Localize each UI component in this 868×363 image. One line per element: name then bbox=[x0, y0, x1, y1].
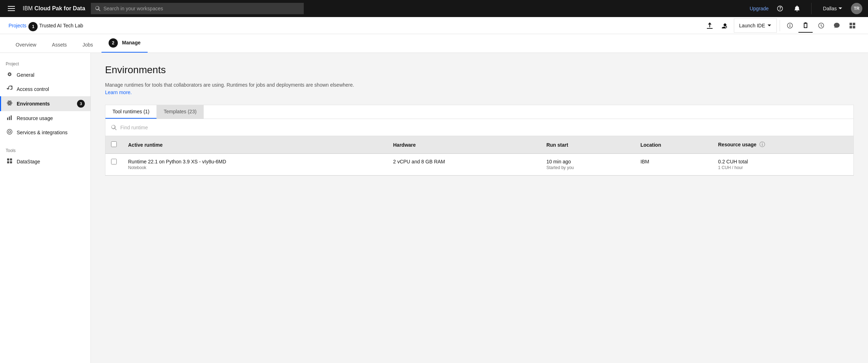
tab-overview[interactable]: Overview bbox=[9, 38, 43, 53]
breadcrumb: Projects / 1 Trusted AI Tech Lab bbox=[9, 23, 703, 28]
menu-icon[interactable] bbox=[6, 3, 17, 14]
runtime-table: Active runtime Hardware Run start Locati… bbox=[105, 136, 853, 175]
svg-rect-19 bbox=[10, 161, 12, 163]
content-layout: Project General Access control bbox=[0, 53, 868, 363]
search-icon bbox=[95, 6, 100, 11]
row-select-checkbox[interactable] bbox=[111, 159, 117, 164]
runtime-name-text: Runtime 22.1 on Python 3.9 XS - vIy8u-6M… bbox=[128, 159, 382, 164]
sidebar-item-access-control-label: Access control bbox=[17, 86, 49, 92]
svg-rect-4 bbox=[853, 23, 855, 25]
runtime-type-text: Notebook bbox=[128, 165, 382, 170]
tab-assets[interactable]: Assets bbox=[45, 38, 74, 53]
svg-rect-2 bbox=[8, 10, 15, 11]
sidebar-section-project: Project bbox=[0, 59, 90, 68]
tab-manage[interactable]: 2 Manage bbox=[101, 34, 148, 53]
sidebar-item-services-integrations[interactable]: Services & integrations bbox=[0, 125, 90, 140]
launch-ide-button[interactable]: Launch IDE bbox=[734, 18, 777, 33]
sub-tabs: Tool runtimes (1) Templates (23) bbox=[105, 105, 853, 119]
runtime-search-bar[interactable] bbox=[105, 119, 853, 136]
project-name: Trusted AI Tech Lab bbox=[39, 23, 83, 28]
svg-point-14 bbox=[9, 131, 11, 133]
tab-tool-runtimes[interactable]: Tool runtimes (1) bbox=[105, 105, 156, 119]
sidebar-item-services-integrations-label: Services & integrations bbox=[17, 130, 67, 135]
upload-icon[interactable] bbox=[703, 18, 717, 33]
launch-ide-chevron-icon bbox=[767, 23, 771, 28]
user-avatar[interactable]: TR bbox=[851, 3, 862, 14]
notifications-icon[interactable] bbox=[791, 3, 803, 14]
sidebar-item-datastage-label: DataStage bbox=[17, 159, 40, 164]
tab-jobs[interactable]: Jobs bbox=[75, 38, 100, 53]
runtime-search-icon bbox=[111, 125, 117, 130]
row-checkbox-cell bbox=[105, 154, 122, 175]
gear-icon bbox=[7, 71, 12, 78]
cell-runtime-name: Runtime 22.1 on Python 3.9 XS - vIy8u-6M… bbox=[122, 154, 388, 175]
sidebar-item-resource-usage[interactable]: Resource usage bbox=[0, 111, 90, 125]
step-2-badge: 2 bbox=[109, 38, 118, 48]
brand-name: IBM Cloud Pak for Data bbox=[23, 5, 85, 12]
region-selector[interactable]: Dallas bbox=[820, 6, 845, 11]
sidebar-item-resource-usage-label: Resource usage bbox=[17, 115, 53, 121]
sidebar-section-tools: Tools bbox=[0, 145, 90, 155]
main-tabs: Overview Assets Jobs 2 Manage bbox=[0, 34, 868, 53]
add-collaborator-icon[interactable] bbox=[718, 18, 732, 33]
svg-rect-5 bbox=[850, 26, 852, 28]
col-resource-usage: Resource usage ⓘ bbox=[713, 136, 854, 154]
tab-templates[interactable]: Templates (23) bbox=[156, 105, 204, 119]
chat-icon[interactable] bbox=[830, 18, 844, 33]
grid-icon[interactable] bbox=[845, 18, 859, 33]
sidebar-item-environments-label: Environments bbox=[17, 101, 50, 107]
key-icon bbox=[7, 86, 12, 93]
upgrade-link[interactable]: Upgrade bbox=[749, 6, 769, 11]
search-input[interactable] bbox=[103, 6, 300, 11]
main-content: Environments Manage runtimes for tools t… bbox=[91, 53, 868, 363]
table-select-all-header bbox=[105, 136, 122, 154]
cell-run-start: 10 min ago Started by you bbox=[541, 154, 635, 175]
clipboard-icon[interactable] bbox=[798, 18, 813, 33]
col-hardware: Hardware bbox=[388, 136, 541, 154]
sidebar-item-general[interactable]: General bbox=[0, 68, 90, 82]
run-start-sub: Started by you bbox=[546, 165, 629, 170]
history-icon[interactable] bbox=[814, 18, 828, 33]
info-icon[interactable] bbox=[783, 18, 797, 33]
table-row: Runtime 22.1 on Python 3.9 XS - vIy8u-6M… bbox=[105, 154, 853, 175]
step-1-badge: 1 bbox=[28, 22, 38, 31]
svg-rect-13 bbox=[11, 115, 12, 120]
svg-rect-3 bbox=[850, 23, 852, 25]
svg-rect-11 bbox=[7, 118, 8, 120]
page-title: Environments bbox=[105, 64, 854, 76]
col-run-start: Run start bbox=[541, 136, 635, 154]
runtime-search-input[interactable] bbox=[120, 125, 848, 130]
sidebar: Project General Access control bbox=[0, 53, 91, 363]
cell-resource-usage: 0.2 CUH total 1 CUH / hour bbox=[713, 154, 854, 175]
search-bar[interactable] bbox=[91, 3, 304, 14]
chart-icon bbox=[7, 115, 12, 122]
col-location: Location bbox=[635, 136, 713, 154]
svg-rect-6 bbox=[853, 26, 855, 28]
project-header: Projects / 1 Trusted AI Tech Lab Launch … bbox=[0, 17, 868, 34]
atom-icon bbox=[7, 100, 12, 107]
services-icon bbox=[7, 129, 12, 136]
select-all-checkbox[interactable] bbox=[111, 141, 117, 147]
svg-rect-0 bbox=[8, 6, 15, 7]
resource-usage-info-icon[interactable]: ⓘ bbox=[759, 141, 765, 148]
chevron-down-icon bbox=[838, 6, 842, 11]
sidebar-item-datastage[interactable]: DataStage bbox=[0, 155, 90, 169]
sidebar-item-environments[interactable]: Environments 3 bbox=[0, 96, 90, 111]
page-description: Manage runtimes for tools that collabora… bbox=[105, 81, 361, 96]
svg-rect-17 bbox=[10, 158, 12, 161]
run-start-main: 10 min ago bbox=[546, 159, 629, 164]
learn-more-link[interactable]: Learn more. bbox=[105, 90, 132, 95]
cell-location: IBM bbox=[635, 154, 713, 175]
sidebar-item-general-label: General bbox=[17, 72, 34, 78]
cell-hardware: 2 vCPU and 8 GB RAM bbox=[388, 154, 541, 175]
sidebar-item-access-control[interactable]: Access control bbox=[0, 82, 90, 96]
step-3-badge: 3 bbox=[77, 100, 85, 108]
svg-point-10 bbox=[9, 103, 10, 104]
runtime-table-container: Tool runtimes (1) Templates (23) bbox=[105, 105, 854, 176]
top-nav: IBM Cloud Pak for Data Upgrade Dallas TR bbox=[0, 0, 868, 17]
breadcrumb-projects-link[interactable]: Projects bbox=[9, 23, 27, 28]
svg-rect-16 bbox=[7, 158, 9, 161]
resource-main: 0.2 CUH total bbox=[718, 159, 848, 164]
col-active-runtime: Active runtime bbox=[122, 136, 388, 154]
help-icon[interactable] bbox=[774, 3, 786, 14]
